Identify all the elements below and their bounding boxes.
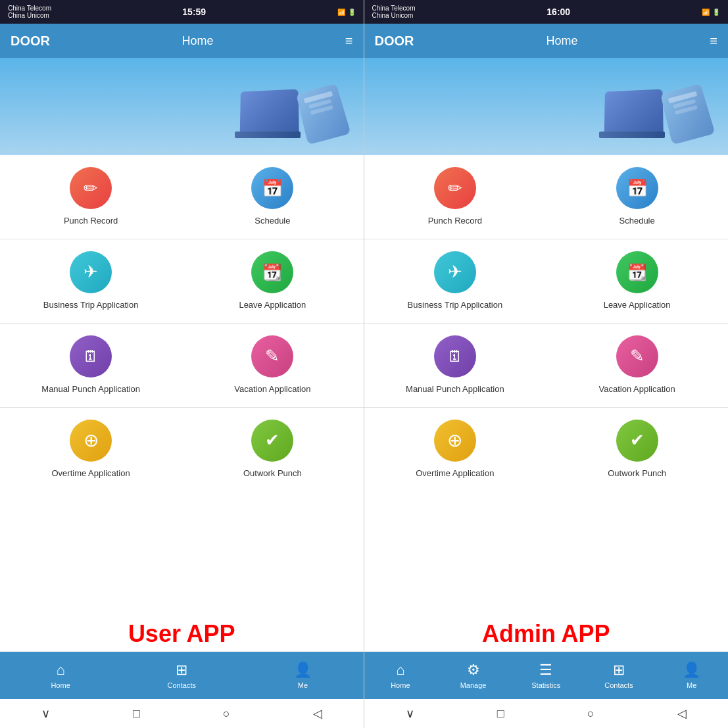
outwork-punch-icon-right: ✔ [616, 420, 658, 462]
statistics-icon-right: ☰ [539, 662, 552, 679]
vacation-cell-right[interactable]: ✎ Vacation Application [546, 324, 728, 407]
sys-home-right[interactable]: ○ [587, 707, 595, 721]
sys-nav-left: ∨ □ ○ ◁ [0, 699, 364, 728]
vacation-icon-right: ✎ [616, 335, 658, 377]
nav-me-right[interactable]: 👤 Me [655, 652, 728, 699]
logo-right: DOOR [375, 34, 414, 49]
manage-icon-right: ⚙ [467, 662, 480, 679]
menu-grid-right: ✏ Punch Record 📅 Schedule ✈ Business Tri… [364, 155, 729, 615]
status-bar-left: China Telecom China Unicom 15:59 📶 🔋 [0, 0, 364, 24]
carrier2-right: China Unicom [372, 12, 416, 19]
banner-illustration-right [583, 67, 715, 146]
nav-statistics-label-right: Statistics [531, 681, 560, 689]
sys-down-right[interactable]: ∨ [406, 706, 414, 721]
app-label-right: Admin APP [364, 615, 729, 652]
time-left: 15:59 [182, 7, 206, 17]
schedule-cell-right[interactable]: 📅 Schedule [546, 155, 728, 239]
punch-record-icon-left: ✏ [70, 167, 112, 209]
manual-punch-icon-left: 🗓 [70, 335, 112, 377]
punch-record-cell-left[interactable]: ✏ Punch Record [0, 155, 182, 239]
punch-record-label-left: Punch Record [64, 216, 118, 227]
app-header-right: DOOR Home ≡ [364, 24, 729, 58]
laptop-screen-right [604, 89, 664, 133]
left-phone: China Telecom China Unicom 15:59 📶 🔋 DOO… [0, 0, 364, 728]
sys-back-right[interactable]: ◁ [677, 706, 687, 721]
header-title-right: Home [546, 34, 577, 48]
schedule-cell-left[interactable]: 📅 Schedule [182, 155, 363, 239]
nav-manage-right[interactable]: ⚙ Manage [437, 652, 510, 699]
leave-label-left: Leave Application [239, 300, 306, 311]
vacation-label-left: Vacation Application [234, 384, 310, 395]
header-title-left: Home [182, 34, 213, 48]
nav-home-left[interactable]: ⌂ Home [0, 652, 121, 699]
overtime-label-right: Overtime Application [416, 468, 494, 479]
banner-right [364, 58, 729, 155]
grid-row-2-left: ✈ Business Trip Application 📆 Leave Appl… [0, 239, 364, 324]
overtime-cell-left[interactable]: ⊕ Overtime Application [0, 408, 182, 491]
overtime-cell-right[interactable]: ⊕ Overtime Application [364, 408, 546, 491]
business-trip-label-right: Business Trip Application [408, 300, 503, 311]
manual-punch-cell-left[interactable]: 🗓 Manual Punch Application [0, 324, 182, 407]
punch-record-icon-right: ✏ [434, 167, 476, 209]
carrier2-left: China Unicom [8, 12, 51, 19]
carrier1-left: China Telecom [8, 5, 51, 12]
menu-grid-left: ✏ Punch Record 📅 Schedule ✈ Business Tri… [0, 155, 364, 615]
home-icon-left: ⌂ [56, 662, 64, 679]
sys-recents-left[interactable]: □ [133, 707, 140, 721]
vacation-label-right: Vacation Application [599, 384, 675, 395]
grid-row-1-right: ✏ Punch Record 📅 Schedule [364, 155, 729, 239]
nav-me-label-left: Me [298, 681, 308, 689]
calc-left [296, 84, 351, 145]
leave-icon-right: 📆 [616, 251, 658, 293]
punch-record-cell-right[interactable]: ✏ Punch Record [364, 155, 546, 239]
sys-nav-right: ∨ □ ○ ◁ [364, 699, 729, 728]
leave-cell-right[interactable]: 📆 Leave Application [546, 239, 728, 323]
outwork-punch-cell-right[interactable]: ✔ Outwork Punch [546, 408, 728, 491]
banner-left [0, 58, 364, 155]
nav-home-right[interactable]: ⌂ Home [364, 652, 437, 699]
punch-record-label-right: Punch Record [428, 216, 482, 227]
logo-left: DOOR [11, 34, 50, 49]
status-bar-right: China Telecom China Unicom 16:00 📶 🔋 [364, 0, 729, 24]
laptop-base-right [599, 132, 665, 138]
vacation-cell-left[interactable]: ✎ Vacation Application [182, 324, 363, 407]
manual-punch-icon-right: 🗓 [434, 335, 476, 377]
nav-contacts-label-left: Contacts [168, 681, 196, 689]
nav-home-label-right: Home [391, 681, 410, 689]
manual-punch-cell-right[interactable]: 🗓 Manual Punch Application [364, 324, 546, 407]
leave-icon-left: 📆 [251, 251, 293, 293]
nav-contacts-right[interactable]: ⊞ Contacts [583, 652, 656, 699]
leave-cell-left[interactable]: 📆 Leave Application [182, 239, 363, 323]
me-icon-left: 👤 [294, 662, 312, 679]
nav-contacts-left[interactable]: ⊞ Contacts [121, 652, 242, 699]
laptop-screen-left [239, 89, 299, 133]
grid-row-4-left: ⊕ Overtime Application ✔ Outwork Punch [0, 408, 364, 491]
nav-statistics-right[interactable]: ☰ Statistics [510, 652, 583, 699]
sys-down-left[interactable]: ∨ [41, 706, 50, 721]
nav-me-left[interactable]: 👤 Me [242, 652, 363, 699]
sys-recents-right[interactable]: □ [497, 707, 504, 721]
business-trip-cell-left[interactable]: ✈ Business Trip Application [0, 239, 182, 323]
manual-punch-label-right: Manual Punch Application [406, 384, 504, 395]
grid-row-4-right: ⊕ Overtime Application ✔ Outwork Punch [364, 408, 729, 491]
manual-punch-label-left: Manual Punch Application [41, 384, 140, 395]
me-icon-right: 👤 [683, 662, 700, 679]
nav-contacts-label-right: Contacts [604, 681, 633, 689]
app-label-left: User APP [0, 615, 364, 652]
laptop-base-left [235, 132, 301, 138]
business-trip-cell-right[interactable]: ✈ Business Trip Application [364, 239, 546, 323]
sys-back-left[interactable]: ◁ [313, 706, 322, 721]
grid-row-2-right: ✈ Business Trip Application 📆 Leave Appl… [364, 239, 729, 324]
menu-icon-right[interactable]: ≡ [710, 34, 717, 49]
contacts-icon-left: ⊞ [176, 662, 187, 679]
menu-icon-left[interactable]: ≡ [345, 34, 353, 49]
status-icons-right: 📶 🔋 [702, 9, 720, 16]
outwork-punch-cell-left[interactable]: ✔ Outwork Punch [182, 408, 363, 491]
carrier-info-right: China Telecom China Unicom [372, 5, 416, 19]
time-right: 16:00 [546, 7, 570, 17]
sys-home-left[interactable]: ○ [223, 707, 230, 721]
schedule-icon-right: 📅 [616, 167, 658, 209]
carrier-info-left: China Telecom China Unicom [8, 5, 51, 19]
schedule-icon-left: 📅 [251, 167, 293, 209]
bottom-nav-right: ⌂ Home ⚙ Manage ☰ Statistics ⊞ Contacts … [364, 652, 729, 699]
